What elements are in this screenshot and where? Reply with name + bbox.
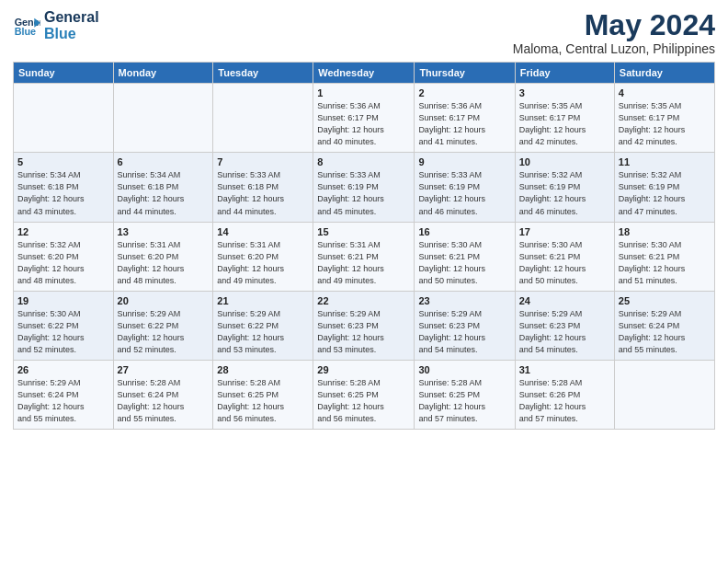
day-info: Sunrise: 5:29 AM Sunset: 6:23 PM Dayligh… (519, 308, 610, 356)
calendar-cell: 19Sunrise: 5:30 AM Sunset: 6:22 PM Dayli… (14, 291, 114, 360)
day-number: 7 (217, 156, 309, 167)
day-info: Sunrise: 5:32 AM Sunset: 6:19 PM Dayligh… (619, 169, 711, 217)
calendar-cell: 8Sunrise: 5:33 AM Sunset: 6:19 PM Daylig… (313, 153, 415, 222)
day-number: 20 (118, 295, 210, 306)
col-header-thursday: Thursday (415, 63, 515, 84)
logo-icon: General Blue (13, 12, 40, 40)
page-container: General Blue General Blue May 2024 Malom… (0, 0, 728, 439)
day-info: Sunrise: 5:30 AM Sunset: 6:21 PM Dayligh… (519, 239, 610, 287)
logo-text-block: General Blue (44, 9, 99, 41)
calendar-week-row: 5Sunrise: 5:34 AM Sunset: 6:18 PM Daylig… (14, 153, 715, 222)
calendar-week-row: 12Sunrise: 5:32 AM Sunset: 6:20 PM Dayli… (14, 222, 715, 291)
calendar-cell: 15Sunrise: 5:31 AM Sunset: 6:21 PM Dayli… (313, 222, 415, 291)
calendar-cell: 7Sunrise: 5:33 AM Sunset: 6:18 PM Daylig… (213, 153, 313, 222)
day-info: Sunrise: 5:31 AM Sunset: 6:20 PM Dayligh… (118, 239, 210, 287)
calendar-cell: 17Sunrise: 5:30 AM Sunset: 6:21 PM Dayli… (515, 222, 614, 291)
day-info: Sunrise: 5:28 AM Sunset: 6:25 PM Dayligh… (217, 377, 309, 425)
calendar-cell: 13Sunrise: 5:31 AM Sunset: 6:20 PM Dayli… (113, 222, 213, 291)
day-info: Sunrise: 5:30 AM Sunset: 6:21 PM Dayligh… (619, 239, 711, 287)
calendar-cell: 21Sunrise: 5:29 AM Sunset: 6:22 PM Dayli… (213, 291, 313, 360)
calendar-cell: 25Sunrise: 5:29 AM Sunset: 6:24 PM Dayli… (614, 291, 714, 360)
day-info: Sunrise: 5:29 AM Sunset: 6:23 PM Dayligh… (418, 308, 510, 356)
day-info: Sunrise: 5:28 AM Sunset: 6:25 PM Dayligh… (317, 377, 410, 425)
day-number: 3 (519, 87, 610, 98)
calendar-cell: 18Sunrise: 5:30 AM Sunset: 6:21 PM Dayli… (614, 222, 714, 291)
day-info: Sunrise: 5:29 AM Sunset: 6:24 PM Dayligh… (619, 308, 711, 356)
calendar-week-row: 1Sunrise: 5:36 AM Sunset: 6:17 PM Daylig… (14, 84, 715, 153)
day-info: Sunrise: 5:31 AM Sunset: 6:21 PM Dayligh… (317, 239, 410, 287)
calendar-cell: 16Sunrise: 5:30 AM Sunset: 6:21 PM Dayli… (415, 222, 515, 291)
day-info: Sunrise: 5:34 AM Sunset: 6:18 PM Dayligh… (118, 169, 210, 217)
calendar-cell: 24Sunrise: 5:29 AM Sunset: 6:23 PM Dayli… (515, 291, 614, 360)
svg-text:Blue: Blue (15, 26, 36, 37)
day-info: Sunrise: 5:29 AM Sunset: 6:22 PM Dayligh… (217, 308, 309, 356)
day-number: 11 (619, 156, 711, 167)
day-number: 21 (217, 295, 309, 306)
day-number: 28 (217, 364, 309, 375)
calendar-cell (14, 84, 114, 153)
calendar-cell: 1Sunrise: 5:36 AM Sunset: 6:17 PM Daylig… (313, 84, 415, 153)
day-info: Sunrise: 5:32 AM Sunset: 6:19 PM Dayligh… (519, 169, 610, 217)
col-header-tuesday: Tuesday (213, 63, 313, 84)
calendar-cell: 27Sunrise: 5:28 AM Sunset: 6:24 PM Dayli… (113, 360, 213, 429)
calendar-table: SundayMondayTuesdayWednesdayThursdayFrid… (13, 62, 715, 430)
day-number: 29 (317, 364, 410, 375)
day-number: 24 (519, 295, 610, 306)
col-header-sunday: Sunday (14, 63, 114, 84)
day-number: 6 (118, 156, 210, 167)
calendar-cell: 6Sunrise: 5:34 AM Sunset: 6:18 PM Daylig… (113, 153, 213, 222)
day-number: 30 (418, 364, 510, 375)
day-number: 22 (317, 295, 410, 306)
day-info: Sunrise: 5:30 AM Sunset: 6:22 PM Dayligh… (17, 308, 109, 356)
logo: General Blue General Blue (13, 9, 99, 41)
calendar-cell: 10Sunrise: 5:32 AM Sunset: 6:19 PM Dayli… (515, 153, 614, 222)
location-subtitle: Maloma, Central Luzon, Philippines (513, 41, 715, 56)
calendar-header-row: SundayMondayTuesdayWednesdayThursdayFrid… (14, 63, 715, 84)
day-info: Sunrise: 5:35 AM Sunset: 6:17 PM Dayligh… (619, 100, 711, 148)
calendar-week-row: 26Sunrise: 5:29 AM Sunset: 6:24 PM Dayli… (14, 360, 715, 429)
calendar-cell: 14Sunrise: 5:31 AM Sunset: 6:20 PM Dayli… (213, 222, 313, 291)
day-number: 5 (17, 156, 109, 167)
calendar-week-row: 19Sunrise: 5:30 AM Sunset: 6:22 PM Dayli… (14, 291, 715, 360)
col-header-friday: Friday (515, 63, 614, 84)
day-number: 18 (619, 226, 711, 237)
calendar-cell: 28Sunrise: 5:28 AM Sunset: 6:25 PM Dayli… (213, 360, 313, 429)
day-number: 26 (17, 364, 109, 375)
day-number: 1 (317, 87, 410, 98)
day-info: Sunrise: 5:35 AM Sunset: 6:17 PM Dayligh… (519, 100, 610, 148)
day-number: 9 (418, 156, 510, 167)
day-info: Sunrise: 5:28 AM Sunset: 6:24 PM Dayligh… (118, 377, 210, 425)
calendar-cell: 3Sunrise: 5:35 AM Sunset: 6:17 PM Daylig… (515, 84, 614, 153)
day-number: 23 (418, 295, 510, 306)
header: General Blue General Blue May 2024 Malom… (13, 9, 715, 56)
day-info: Sunrise: 5:33 AM Sunset: 6:19 PM Dayligh… (418, 169, 510, 217)
calendar-cell (113, 84, 213, 153)
calendar-cell: 23Sunrise: 5:29 AM Sunset: 6:23 PM Dayli… (415, 291, 515, 360)
calendar-cell: 26Sunrise: 5:29 AM Sunset: 6:24 PM Dayli… (14, 360, 114, 429)
calendar-cell: 29Sunrise: 5:28 AM Sunset: 6:25 PM Dayli… (313, 360, 415, 429)
day-info: Sunrise: 5:28 AM Sunset: 6:26 PM Dayligh… (519, 377, 610, 425)
col-header-saturday: Saturday (614, 63, 714, 84)
day-number: 2 (418, 87, 510, 98)
day-number: 8 (317, 156, 410, 167)
col-header-wednesday: Wednesday (313, 63, 415, 84)
day-number: 4 (619, 87, 711, 98)
day-number: 17 (519, 226, 610, 237)
day-info: Sunrise: 5:29 AM Sunset: 6:24 PM Dayligh… (17, 377, 109, 425)
calendar-cell: 11Sunrise: 5:32 AM Sunset: 6:19 PM Dayli… (614, 153, 714, 222)
day-info: Sunrise: 5:33 AM Sunset: 6:18 PM Dayligh… (217, 169, 309, 217)
logo-blue: Blue (44, 26, 99, 42)
day-info: Sunrise: 5:28 AM Sunset: 6:25 PM Dayligh… (418, 377, 510, 425)
calendar-cell: 5Sunrise: 5:34 AM Sunset: 6:18 PM Daylig… (14, 153, 114, 222)
day-info: Sunrise: 5:29 AM Sunset: 6:23 PM Dayligh… (317, 308, 410, 356)
day-number: 31 (519, 364, 610, 375)
calendar-cell: 4Sunrise: 5:35 AM Sunset: 6:17 PM Daylig… (614, 84, 714, 153)
month-title: May 2024 (513, 9, 715, 41)
day-info: Sunrise: 5:30 AM Sunset: 6:21 PM Dayligh… (418, 239, 510, 287)
calendar-cell: 20Sunrise: 5:29 AM Sunset: 6:22 PM Dayli… (113, 291, 213, 360)
day-number: 10 (519, 156, 610, 167)
day-info: Sunrise: 5:31 AM Sunset: 6:20 PM Dayligh… (217, 239, 309, 287)
calendar-cell: 22Sunrise: 5:29 AM Sunset: 6:23 PM Dayli… (313, 291, 415, 360)
day-info: Sunrise: 5:32 AM Sunset: 6:20 PM Dayligh… (17, 239, 109, 287)
logo-general: General (44, 9, 99, 26)
